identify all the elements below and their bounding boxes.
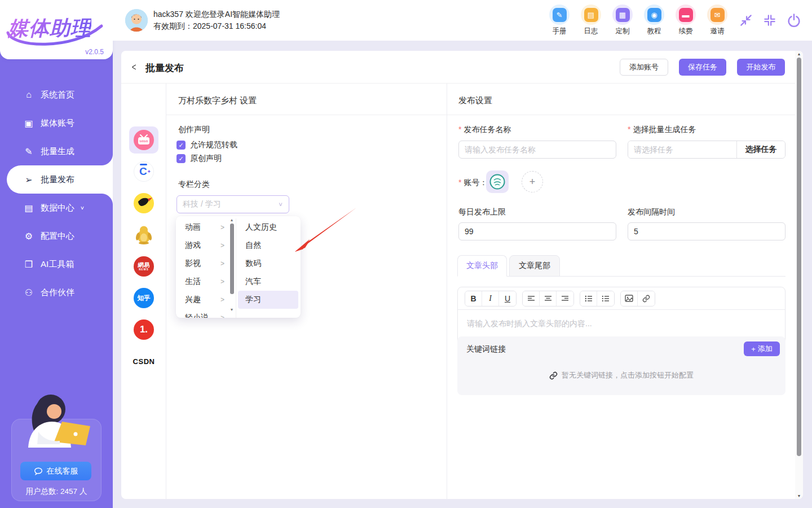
user-avatar[interactable] [125, 9, 148, 32]
quick-action-custom[interactable]: ▦ 定制 [607, 5, 638, 36]
dropdown-item-study-selected[interactable]: 学习 [238, 291, 298, 309]
save-task-button[interactable]: 保存任务 [679, 59, 726, 76]
back-button[interactable]: < [132, 61, 136, 73]
platform-zhihu[interactable]: 知乎 [134, 288, 154, 308]
link-icon [642, 295, 650, 303]
italic-button[interactable]: I [482, 291, 499, 306]
quick-action-log[interactable]: ▤ 日志 [575, 5, 607, 36]
align-left-button[interactable] [523, 291, 540, 306]
sidebar-item-batch-generate[interactable]: ✎ 批量生成 [0, 137, 113, 165]
sidebar-menu: ⌂ 系统首页 ▣ 媒体账号 ✎ 批量生成 ➢ 批量发布 ▤ 数据中心 ∨ ⚙ [0, 81, 113, 306]
underline-button[interactable]: U [499, 291, 516, 306]
sidebar-item-partners[interactable]: ⚇ 合作伙伴 [0, 278, 113, 306]
chevron-right-icon: > [220, 296, 224, 304]
align-center-button[interactable] [540, 291, 557, 306]
align-right-button[interactable] [557, 291, 573, 306]
platform-c-site[interactable]: C ✦ [134, 161, 154, 182]
sidebar-item-media-accounts[interactable]: ▣ 媒体账号 [0, 109, 113, 137]
numbered-list-icon [602, 295, 610, 302]
add-account-avatar-button[interactable]: + [522, 171, 543, 192]
sidebar-item-config-center[interactable]: ⚙ 配置中心 [0, 222, 113, 250]
tutorial-icon: ◉ [647, 8, 661, 22]
scroll-up-icon[interactable]: ▲ [795, 52, 803, 56]
tab-article-footer[interactable]: 文章尾部 [509, 255, 560, 277]
task-select-group: 选择任务 [628, 141, 785, 159]
sidebar-item-ai-toolbox[interactable]: ❒ AI工具箱 [0, 250, 113, 278]
plus-icon: + [751, 345, 756, 353]
category-select[interactable]: 科技 / 学习 ∨ [176, 195, 289, 213]
invite-icon: ✉ [710, 8, 725, 22]
id-card-icon: ▣ [23, 118, 35, 129]
sidebar: 媒体助理 v2.0.5 ⌂ 系统首页 ▣ 媒体账号 ✎ 批量生成 ➢ 批量发布 … [0, 0, 113, 508]
chevron-right-icon: > [220, 224, 224, 231]
category-label: 专栏分类 [178, 179, 210, 190]
customer-service-illustration [16, 392, 98, 450]
interval-input[interactable] [628, 222, 785, 240]
dropdown-item-nature[interactable]: 自然 [236, 237, 301, 255]
platform-sohu[interactable] [134, 193, 154, 213]
dropdown-item-digital[interactable]: 数码 [236, 255, 301, 273]
quick-action-tutorial[interactable]: ◉ 教程 [638, 5, 670, 36]
interval-label: 发布间隔时间 [628, 207, 675, 217]
main-scrollbar[interactable]: ▲ ▼ [795, 51, 803, 499]
platform-penguin[interactable] [134, 225, 154, 245]
compress-arrows-icon[interactable] [739, 13, 753, 28]
numbered-list-button[interactable] [597, 291, 614, 306]
task-name-input[interactable] [458, 141, 616, 159]
dropdown-item-film[interactable]: 影视 > [176, 255, 228, 273]
task-name-label: *发布任务名称 [458, 125, 511, 135]
sidebar-item-home[interactable]: ⌂ 系统首页 [0, 81, 113, 109]
add-account-button[interactable]: 添加账号 [620, 59, 668, 76]
power-button[interactable] [786, 12, 802, 28]
quick-action-manual[interactable]: ✎ 手册 [544, 5, 575, 36]
scroll-down-icon[interactable]: ▼ [228, 308, 236, 312]
insert-link-button[interactable] [638, 291, 655, 306]
dropdown-item-life[interactable]: 生活 > [176, 273, 228, 291]
csdn-icon: CSDN [133, 357, 155, 366]
choose-task-button[interactable]: 选择任务 [736, 141, 785, 158]
checkbox-original-statement[interactable]: ✓ 原创声明 [176, 154, 222, 164]
daily-limit-input[interactable] [458, 222, 616, 240]
editor-placeholder[interactable]: 请输入发布时插入文章头部的内容... [467, 319, 592, 329]
insert-image-button[interactable] [621, 291, 638, 306]
bullet-list-icon [585, 295, 593, 302]
quick-action-renew[interactable]: ▬ 续费 [670, 5, 701, 36]
pen-icon: ✎ [23, 146, 35, 157]
platform-netease[interactable]: 網易 NEWS [134, 256, 154, 277]
checkbox-allow-repost[interactable]: ✓ 允许规范转载 [176, 140, 237, 150]
online-service-button[interactable]: 在线客服 [20, 462, 91, 480]
bold-button[interactable]: B [465, 291, 482, 306]
quick-action-invite[interactable]: ✉ 邀请 [701, 5, 733, 36]
dropdown-scrollbar-thumb[interactable] [230, 224, 234, 294]
dropdown-item-anime[interactable]: 动画 > [176, 218, 228, 237]
scrollbar-thumb[interactable] [797, 58, 801, 456]
collapse-corners-icon[interactable] [762, 13, 777, 28]
add-keyword-button[interactable]: + 添加 [744, 341, 780, 356]
dropdown-item-cars[interactable]: 汽车 [236, 273, 301, 291]
dropdown-item-interest[interactable]: 兴趣 > [176, 291, 228, 309]
account-avatar[interactable] [486, 170, 509, 193]
divider [447, 115, 795, 115]
platform-csdn[interactable]: CSDN [134, 351, 154, 371]
task-select-input[interactable] [628, 141, 736, 158]
page-title: 批量发布 [145, 62, 184, 75]
chevron-right-icon: > [220, 314, 224, 318]
chat-bubble-icon [34, 467, 43, 476]
welcome-text: hack357 欢迎您登录AI智能媒体助理 [153, 8, 280, 20]
sidebar-item-batch-publish[interactable]: ➢ 批量发布 [7, 165, 113, 194]
dropdown-item-humanities-history[interactable]: 人文历史 [236, 218, 301, 237]
checkbox-checked-icon: ✓ [176, 141, 186, 150]
tab-article-header[interactable]: 文章头部 [457, 255, 507, 277]
toolbox-icon: ❒ [23, 259, 35, 270]
category-cascade-dropdown: 动画 > 游戏 > 影视 > 生活 > 兴趣 > 轻小说 > [176, 216, 301, 318]
platform-yidian[interactable]: 1. [134, 319, 154, 340]
dropdown-scrollbar[interactable]: ▲ ▼ [228, 216, 236, 318]
scroll-down-icon[interactable]: ▼ [795, 494, 803, 498]
dropdown-item-games[interactable]: 游戏 > [176, 237, 228, 255]
platform-bilibili[interactable]: bilibili [134, 130, 154, 150]
sidebar-item-data-center[interactable]: ▤ 数据中心 ∨ [0, 194, 113, 222]
scroll-up-icon[interactable]: ▲ [228, 218, 236, 222]
dropdown-item-light-novel[interactable]: 轻小说 > [176, 309, 228, 318]
bullet-list-button[interactable] [580, 291, 597, 306]
start-publish-button[interactable]: 开始发布 [737, 59, 785, 76]
